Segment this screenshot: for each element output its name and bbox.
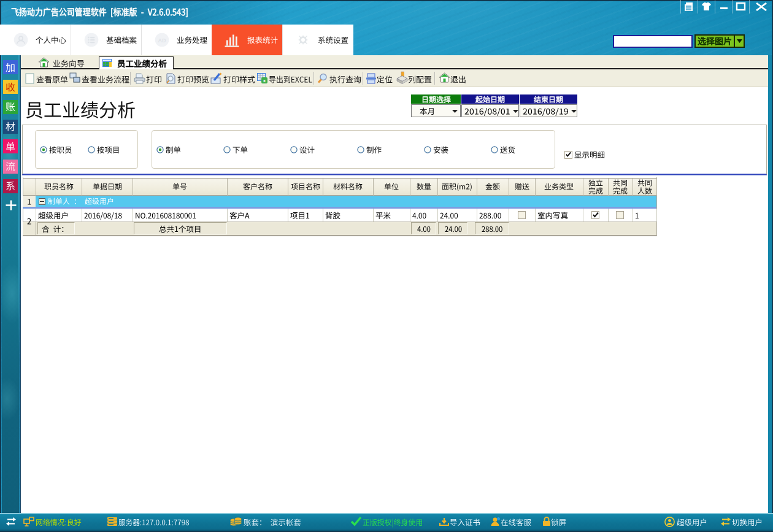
svg-text:AD: AD bbox=[158, 37, 166, 44]
svg-text:x: x bbox=[263, 78, 266, 83]
